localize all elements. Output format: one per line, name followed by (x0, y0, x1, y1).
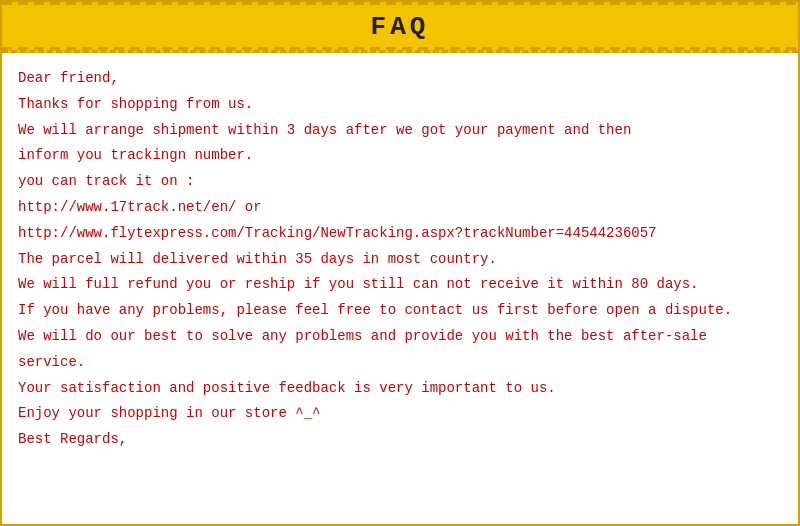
faq-content: Dear friend, Thanks for shopping from us… (2, 53, 798, 464)
line4: inform you trackingn number. (18, 144, 782, 168)
line13: Your satisfaction and positive feedback … (18, 377, 782, 401)
line11: We will do our best to solve any problem… (18, 325, 782, 349)
faq-title: FAQ (371, 12, 430, 42)
line12: service. (18, 351, 782, 375)
line5: you can track it on : (18, 170, 782, 194)
line14: Enjoy your shopping in our store ^_^ (18, 402, 782, 426)
faq-header: FAQ (2, 2, 798, 53)
line3: We will arrange shipment within 3 days a… (18, 119, 782, 143)
line1: Dear friend, (18, 67, 782, 91)
page-wrapper: FAQ Dear friend, Thanks for shopping fro… (0, 0, 800, 526)
line8: The parcel will delivered within 35 days… (18, 248, 782, 272)
line10: If you have any problems, please feel fr… (18, 299, 782, 323)
line7: http://www.flytexpress.com/Tracking/NewT… (18, 222, 782, 246)
line9: We will full refund you or reship if you… (18, 273, 782, 297)
line6: http://www.17track.net/en/ or (18, 196, 782, 220)
line2: Thanks for shopping from us. (18, 93, 782, 117)
line15: Best Regards, (18, 428, 782, 452)
